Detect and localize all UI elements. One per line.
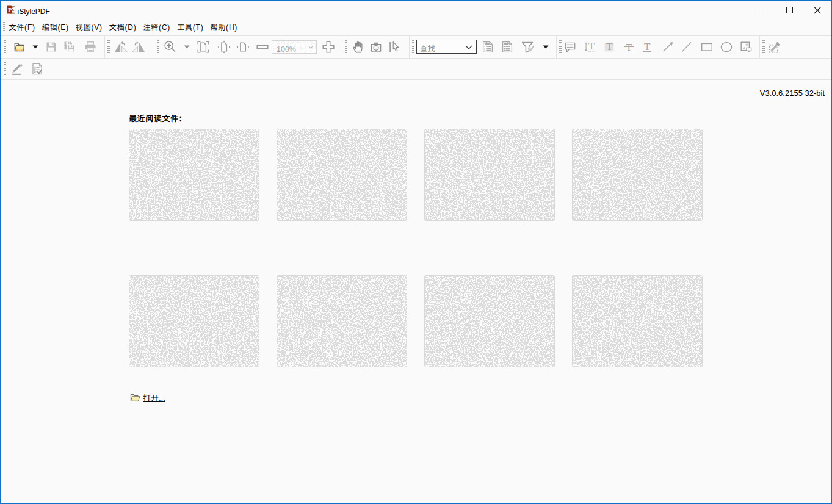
menu-item-label: 编辑(E) [42, 21, 69, 32]
toolbar-gripper[interactable] [762, 40, 765, 54]
recent-file-thumbnail[interactable] [572, 129, 703, 221]
menubar: 文件(F) 编辑(E) 视图(V) 文档(D) 注释(C) 工具(T) 帮助(H… [1, 18, 831, 35]
close-button[interactable] [803, 1, 831, 18]
svg-text:T: T [607, 41, 613, 52]
zoom-in-button[interactable] [321, 40, 336, 54]
window-title: iStylePDF [18, 5, 50, 16]
toolbar-separator [104, 36, 105, 58]
rotate-right-button[interactable] [130, 40, 146, 54]
form-check-button[interactable] [29, 61, 45, 77]
version-label: V3.0.6.2155 32-bit [760, 87, 825, 98]
toolbar-main: 100% 查找 T T T T [1, 35, 831, 59]
line-button[interactable] [679, 40, 694, 54]
recent-file-thumbnail[interactable] [129, 275, 259, 367]
svg-text:T: T [626, 42, 632, 53]
hand-tool-button[interactable] [351, 40, 366, 54]
find-previous-button[interactable] [480, 40, 495, 54]
chevron-down-icon [465, 45, 472, 49]
image-stamp-button[interactable] [739, 40, 753, 54]
find-next-button[interactable] [500, 40, 515, 54]
open-file-row: 打开... [130, 392, 165, 403]
toolbar-separator [342, 36, 342, 58]
underline-text-button[interactable]: T [640, 40, 654, 54]
find-combobox[interactable]: 查找 [416, 40, 477, 54]
recent-file-thumbnail[interactable] [277, 129, 407, 221]
arrow-button[interactable] [660, 40, 675, 54]
toolbar-gripper[interactable] [107, 40, 110, 54]
fit-width-button[interactable] [236, 40, 250, 54]
toolbar-gripper[interactable] [4, 62, 6, 76]
rotate-left-button[interactable] [114, 40, 129, 54]
toolbar-secondary [1, 59, 831, 80]
maximize-icon [775, 1, 803, 18]
recent-file-thumbnail[interactable] [424, 129, 555, 221]
toolbar-gripper[interactable] [157, 40, 159, 54]
chevron-down-icon [308, 45, 314, 49]
menu-item-label: 文件(F) [9, 21, 35, 32]
open-button[interactable] [12, 40, 27, 54]
recent-file-thumbnail[interactable] [277, 275, 407, 367]
save-as-button[interactable] [62, 40, 77, 54]
signature-button[interactable] [767, 40, 782, 54]
toolbar-separator [759, 36, 760, 58]
open-folder-icon [130, 393, 140, 402]
menu-item-help[interactable]: 帮助(H) [207, 20, 241, 34]
select-text-button[interactable] [387, 40, 402, 54]
zoom-level-combobox[interactable]: 100% [272, 40, 317, 54]
recent-files-grid [129, 129, 703, 367]
svg-text:P: P [8, 7, 12, 13]
app-icon: P [6, 5, 16, 15]
toolbar-separator [409, 36, 410, 58]
menu-item-tools[interactable]: 工具(T) [174, 20, 207, 34]
menu-item-label: 帮助(H) [211, 21, 238, 32]
find-value: 查找 [420, 42, 435, 54]
fit-page-button[interactable] [196, 40, 211, 54]
menu-item-comment[interactable]: 注释(C) [140, 20, 174, 34]
edit-content-button[interactable] [10, 61, 26, 77]
menu-item-file[interactable]: 文件(F) [5, 20, 38, 34]
zoom-dropdown-button[interactable] [183, 43, 191, 51]
menu-item-view[interactable]: 视图(V) [72, 20, 106, 34]
toolbar-separator [556, 36, 557, 58]
titlebar[interactable]: P iStylePDF [1, 1, 831, 18]
strikethrough-text-button[interactable]: T [621, 40, 636, 54]
toolbar-gripper[interactable] [4, 40, 6, 54]
recent-file-thumbnail[interactable] [424, 275, 555, 367]
app-window: P iStylePDF 文件(F) 编辑(E) 视图(V) 文档(D) 注释(C… [0, 0, 832, 504]
minimize-button[interactable] [747, 1, 775, 18]
recent-file-thumbnail[interactable] [572, 275, 703, 367]
toolbar-gripper[interactable] [345, 40, 347, 54]
menu-item-edit[interactable]: 编辑(E) [38, 20, 72, 34]
toolbar-gripper[interactable] [559, 40, 562, 54]
search-filter-dropdown-button[interactable] [541, 43, 550, 51]
start-page: V3.0.6.2155 32-bit 最近阅读文件： 打开... [1, 80, 831, 503]
svg-text:T: T [588, 41, 595, 52]
note-comment-button[interactable] [563, 40, 577, 54]
menu-item-label: 视图(V) [76, 21, 103, 32]
open-file-link[interactable]: 打开... [143, 392, 165, 403]
print-button[interactable] [83, 40, 98, 54]
menu-item-document[interactable]: 文档(D) [106, 20, 140, 34]
snapshot-button[interactable] [369, 40, 383, 54]
insert-text-button[interactable]: T [582, 40, 597, 54]
window-controls [747, 1, 831, 18]
recent-file-thumbnail[interactable] [129, 129, 259, 221]
menu-item-label: 文档(D) [109, 21, 137, 32]
highlight-text-button[interactable]: T [602, 40, 617, 54]
recent-files-heading: 最近阅读文件： [129, 112, 187, 124]
save-button[interactable] [44, 40, 59, 54]
fit-window-button[interactable] [217, 40, 231, 54]
menu-item-label: 工具(T) [177, 21, 203, 32]
close-icon [803, 1, 831, 18]
rectangle-button[interactable] [700, 40, 714, 54]
maximize-button[interactable] [775, 1, 803, 18]
open-dropdown-button[interactable] [31, 43, 40, 51]
svg-text:T: T [644, 41, 650, 52]
toolbar-gripper[interactable] [412, 40, 414, 54]
marquee-zoom-button[interactable] [163, 40, 178, 54]
menu-item-label: 注释(C) [143, 21, 171, 32]
toolbar-separator [154, 36, 154, 58]
search-filter-button[interactable] [520, 40, 536, 54]
zoom-out-button[interactable] [255, 40, 270, 54]
ellipse-button[interactable] [719, 40, 734, 54]
